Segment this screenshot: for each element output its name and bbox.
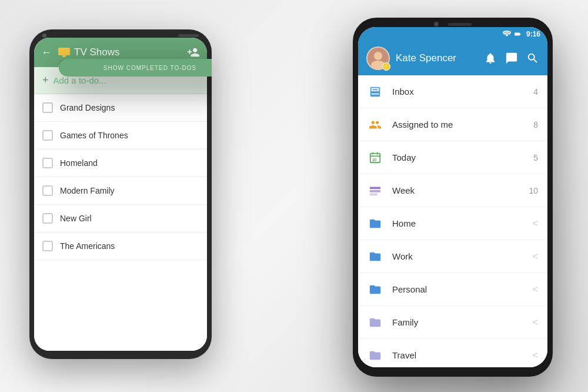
item-count: 5 bbox=[533, 153, 538, 162]
menu-icon-assigned bbox=[368, 117, 383, 132]
phone-back: ✱ ▲ ▮ ← TV Shows + Add a t bbox=[29, 29, 212, 359]
menu-icon-family bbox=[368, 315, 383, 330]
menu-label-personal: Personal bbox=[392, 284, 523, 294]
front-header: ⭐ Kate Spencer bbox=[358, 41, 547, 75]
menu-label-assigned: Assigned to me bbox=[392, 119, 524, 129]
todo-checkbox[interactable] bbox=[42, 213, 53, 224]
todo-label: The Americans bbox=[60, 241, 115, 251]
menu-icon-work bbox=[368, 249, 383, 264]
chat-icon bbox=[505, 52, 518, 65]
status-time: 9:16 bbox=[526, 30, 540, 38]
chevron-icon: < bbox=[533, 218, 538, 229]
menu-item-home[interactable]: Home < bbox=[358, 207, 547, 240]
todo-checkbox[interactable] bbox=[42, 158, 53, 168]
menu-list: Inbox 4 Assigned to me 8 20 Today 5 Week… bbox=[358, 75, 547, 367]
menu-label-today: Today bbox=[392, 152, 524, 162]
wifi-icon bbox=[503, 31, 511, 38]
menu-label-work: Work bbox=[392, 251, 523, 261]
phone-front: 9:16 ⭐ Kate Spencer bbox=[353, 18, 553, 377]
notification-icon[interactable] bbox=[484, 52, 497, 65]
menu-label-home: Home bbox=[392, 218, 523, 228]
todo-list: Grand Designs Games of Thrones Homeland … bbox=[34, 94, 207, 351]
chevron-icon: < bbox=[533, 251, 538, 262]
menu-item-family[interactable]: Family < bbox=[358, 306, 547, 339]
add-person-icon bbox=[187, 46, 200, 59]
battery-front-icon bbox=[513, 31, 522, 38]
todo-checkbox[interactable] bbox=[42, 102, 53, 113]
svg-rect-1 bbox=[62, 55, 66, 57]
svg-rect-14 bbox=[370, 190, 380, 192]
menu-icon-week bbox=[368, 183, 383, 198]
avatar-container[interactable]: ⭐ bbox=[366, 46, 390, 70]
todo-item[interactable]: The Americans bbox=[34, 232, 207, 260]
menu-label-travel: Travel bbox=[392, 350, 523, 360]
menu-icon-today: 20 bbox=[368, 150, 383, 165]
header-icons bbox=[484, 52, 539, 65]
menu-icon-inbox bbox=[368, 84, 383, 99]
message-icon[interactable] bbox=[505, 52, 518, 65]
todo-label: Modern Family bbox=[60, 186, 115, 195]
todo-item[interactable]: New Girl bbox=[34, 205, 207, 232]
camera-back bbox=[42, 34, 46, 38]
speaker-front bbox=[448, 23, 472, 26]
menu-label-week: Week bbox=[392, 185, 519, 195]
svg-rect-3 bbox=[520, 34, 521, 35]
bottom-bar[interactable]: SHOW COMPLETED TO-DOS bbox=[59, 59, 207, 77]
todo-item[interactable]: Games of Thrones bbox=[34, 122, 207, 150]
item-count: 4 bbox=[533, 87, 538, 97]
show-completed-label: SHOW COMPLETED TO-DOS bbox=[103, 65, 196, 71]
svg-rect-13 bbox=[370, 187, 380, 189]
menu-label-family: Family bbox=[392, 317, 523, 327]
menu-item-week[interactable]: Week 10 bbox=[358, 174, 547, 207]
add-person-button[interactable] bbox=[187, 46, 200, 59]
menu-item-assigned[interactable]: Assigned to me 8 bbox=[358, 108, 547, 141]
todo-checkbox[interactable] bbox=[42, 130, 53, 141]
menu-item-today[interactable]: 20 Today 5 bbox=[358, 141, 547, 174]
svg-rect-2 bbox=[514, 33, 520, 36]
chevron-icon: < bbox=[533, 317, 538, 328]
phone-back-screen: ✱ ▲ ▮ ← TV Shows + Add a t bbox=[34, 38, 207, 351]
menu-icon-home bbox=[368, 216, 383, 231]
todo-label: Grand Designs bbox=[60, 103, 115, 112]
menu-label-inbox: Inbox bbox=[392, 87, 524, 97]
menu-item-travel[interactable]: Travel < bbox=[358, 339, 547, 367]
todo-item[interactable]: Grand Designs bbox=[34, 94, 207, 122]
menu-item-work[interactable]: Work < bbox=[358, 240, 547, 273]
todo-checkbox[interactable] bbox=[42, 241, 53, 251]
svg-text:20: 20 bbox=[372, 157, 377, 161]
add-todo-label: Add a to-do... bbox=[54, 75, 106, 85]
menu-icon-personal bbox=[368, 282, 383, 297]
item-count: 8 bbox=[533, 120, 538, 129]
speaker-back bbox=[178, 34, 199, 37]
menu-icon-travel bbox=[368, 348, 383, 363]
todo-label: Homeland bbox=[60, 158, 98, 168]
avatar-badge: ⭐ bbox=[382, 62, 390, 71]
phone-front-screen: 9:16 ⭐ Kate Spencer bbox=[358, 27, 547, 367]
svg-rect-7 bbox=[372, 89, 377, 90]
front-status-bar: 9:16 bbox=[358, 27, 547, 41]
svg-rect-0 bbox=[58, 48, 70, 55]
svg-point-5 bbox=[374, 52, 382, 60]
todo-checkbox[interactable] bbox=[42, 185, 53, 196]
search-icon-svg bbox=[526, 52, 539, 65]
todo-item[interactable]: Modern Family bbox=[34, 177, 207, 205]
back-button[interactable]: ← bbox=[41, 46, 52, 59]
menu-item-inbox[interactable]: Inbox 4 bbox=[358, 75, 547, 108]
search-icon[interactable] bbox=[526, 52, 539, 65]
todo-item[interactable]: Homeland bbox=[34, 150, 207, 177]
todo-label: New Girl bbox=[60, 214, 92, 223]
chevron-icon: < bbox=[533, 284, 538, 295]
item-count: 10 bbox=[529, 186, 538, 195]
user-name: Kate Spencer bbox=[396, 52, 478, 64]
camera-front bbox=[434, 22, 439, 26]
svg-rect-15 bbox=[370, 193, 377, 195]
menu-item-personal[interactable]: Personal < bbox=[358, 273, 547, 306]
plus-icon: + bbox=[42, 74, 49, 87]
toolbar-title: TV Shows bbox=[74, 46, 181, 58]
chevron-icon: < bbox=[533, 350, 538, 361]
bell-icon bbox=[484, 52, 497, 65]
todo-label: Games of Thrones bbox=[60, 131, 128, 140]
tv-icon bbox=[58, 47, 71, 58]
